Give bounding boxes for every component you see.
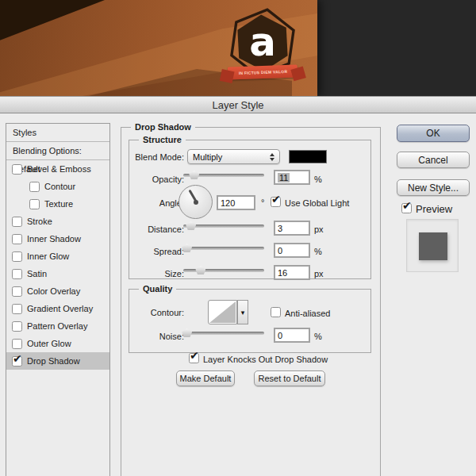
angle-field[interactable]: 120: [217, 195, 255, 210]
reset-to-default-button[interactable]: Reset to Default: [254, 370, 325, 386]
sidebar-item-color-overlay[interactable]: Color Overlay: [6, 282, 109, 300]
outer-glow-checkbox[interactable]: [12, 339, 22, 349]
sidebar-item-label: Color Overlay: [27, 286, 80, 296]
use-global-light-checkbox[interactable]: [271, 197, 281, 207]
cancel-label: Cancel: [418, 155, 447, 166]
new-style-button[interactable]: New Style...: [397, 179, 470, 196]
styles-sidebar: Styles Blending Options: Default Bevel &…: [6, 123, 110, 476]
color-overlay-checkbox[interactable]: [12, 286, 22, 297]
size-value: 16: [278, 268, 287, 278]
size-unit: px: [314, 269, 324, 278]
inner-glow-checkbox[interactable]: [12, 251, 22, 262]
reset-to-default-label: Reset to Default: [259, 374, 321, 383]
opacity-unit: %: [314, 175, 322, 184]
sidebar-item-satin[interactable]: Satin: [6, 265, 109, 282]
slider-thumb[interactable]: [195, 266, 205, 274]
slider-thumb[interactable]: [182, 244, 192, 252]
pattern-overlay-checkbox[interactable]: [12, 321, 22, 332]
shadow-color-swatch[interactable]: [289, 150, 327, 163]
spread-value: 0: [278, 246, 282, 255]
contour-checkbox[interactable]: [29, 182, 40, 192]
drop-shadow-checkbox[interactable]: [12, 356, 22, 367]
sidebar-item-inner-glow[interactable]: Inner Glow: [6, 248, 109, 265]
stroke-checkbox[interactable]: [12, 217, 22, 227]
slider-track[interactable]: [183, 247, 264, 250]
sidebar-item-gradient-overlay[interactable]: Gradient Overlay: [6, 300, 109, 317]
sidebar-item-pattern-overlay[interactable]: Pattern Overlay: [6, 317, 109, 335]
distance-value: 3: [278, 224, 282, 233]
linear-contour-icon: [209, 301, 236, 323]
angle-value: 120: [221, 198, 235, 208]
sidebar-item-stroke[interactable]: Stroke: [6, 213, 109, 230]
structure-group-title: Structure: [139, 135, 186, 144]
sidebar-item-contour[interactable]: Contour: [6, 178, 109, 195]
sidebar-item-drop-shadow[interactable]: Drop Shadow: [6, 352, 109, 370]
opacity-slider[interactable]: [183, 170, 264, 180]
size-slider[interactable]: [183, 265, 264, 275]
opacity-field[interactable]: 11: [274, 170, 310, 185]
sidebar-item-inner-shadow[interactable]: Inner Shadow: [6, 230, 109, 248]
sidebar-item-label: Stroke: [27, 217, 52, 226]
size-field[interactable]: 16: [274, 265, 310, 280]
texture-checkbox[interactable]: [29, 199, 40, 209]
noise-field[interactable]: 0: [274, 328, 310, 343]
slider-thumb[interactable]: [182, 328, 192, 337]
layer-knocks-out-label: Layer Knocks Out Drop Shadow: [203, 355, 328, 364]
satin-checkbox[interactable]: [12, 269, 22, 279]
layer-style-dialog: Styles Blending Options: Default Bevel &…: [0, 113, 476, 476]
sidebar-item-styles[interactable]: Styles: [6, 124, 109, 142]
new-style-label: New Style...: [408, 182, 459, 194]
style-preview-swatch: [419, 232, 447, 260]
distance-field[interactable]: 3: [274, 221, 310, 236]
drop-shadow-group-title: Drop Shadow: [131, 122, 195, 132]
inner-shadow-checkbox[interactable]: [12, 234, 22, 244]
slider-thumb[interactable]: [189, 171, 199, 179]
document-image: a IN FICTUS DIEM VALOR: [0, 0, 317, 96]
make-default-label: Make Default: [180, 374, 232, 383]
anti-aliased-checkbox[interactable]: [271, 307, 281, 317]
sidebar-item-outer-glow[interactable]: Outer Glow: [6, 335, 109, 352]
blend-mode-dropdown[interactable]: Multiply: [187, 149, 280, 164]
sidebar-item-label: Gradient Overlay: [27, 304, 93, 313]
sidebar-item-label: Drop Shadow: [27, 356, 80, 366]
sidebar-item-texture[interactable]: Texture: [6, 195, 109, 213]
angle-dial-center: [194, 200, 198, 205]
sidebar-item-label: Contour: [44, 182, 75, 191]
gradient-overlay-checkbox[interactable]: [12, 304, 22, 314]
ribbon-text: IN FICTUS DIEM VALOR: [238, 69, 287, 75]
noise-slider[interactable]: [183, 328, 264, 338]
updown-arrows-icon: [270, 153, 274, 161]
quality-group: Quality: [129, 289, 371, 353]
workspace-canvas: a IN FICTUS DIEM VALOR: [0, 0, 476, 96]
distance-unit: px: [314, 225, 324, 234]
contour-picker[interactable]: [208, 300, 237, 324]
preview-checkbox[interactable]: [401, 203, 412, 213]
bevel-emboss-checkbox[interactable]: [12, 164, 22, 175]
sidebar-item-blending-options[interactable]: Blending Options: Default: [6, 142, 109, 160]
spread-field[interactable]: 0: [274, 243, 310, 258]
anti-aliased-label: Anti-aliased: [285, 309, 330, 318]
ok-button[interactable]: OK: [397, 125, 470, 142]
slider-track[interactable]: [183, 269, 264, 272]
sidebar-item-label: Bevel & Emboss: [27, 164, 91, 174]
opacity-value: 11: [278, 173, 290, 182]
quality-group-title: Quality: [139, 284, 176, 294]
badge-ribbon: IN FICTUS DIEM VALOR: [228, 64, 298, 79]
sidebar-item-label: Texture: [44, 199, 73, 209]
distance-slider[interactable]: [183, 221, 264, 231]
chevron-down-icon: ▾: [241, 309, 245, 317]
slider-thumb[interactable]: [186, 221, 196, 230]
noise-unit: %: [314, 332, 322, 341]
sidebar-item-label: Outer Glow: [27, 339, 71, 348]
layer-knocks-out-checkbox[interactable]: [189, 353, 199, 363]
slider-track[interactable]: [183, 332, 264, 335]
style-preview-panel: [406, 219, 459, 272]
angle-dial[interactable]: [178, 185, 213, 219]
contour-dropdown-button[interactable]: ▾: [237, 300, 248, 324]
dialog-titlebar[interactable]: Layer Style: [0, 96, 476, 113]
sidebar-item-label: Inner Glow: [27, 251, 69, 261]
distance-label: Distance:: [119, 225, 184, 234]
make-default-button[interactable]: Make Default: [176, 370, 235, 386]
spread-slider[interactable]: [183, 243, 264, 253]
cancel-button[interactable]: Cancel: [397, 152, 470, 168]
